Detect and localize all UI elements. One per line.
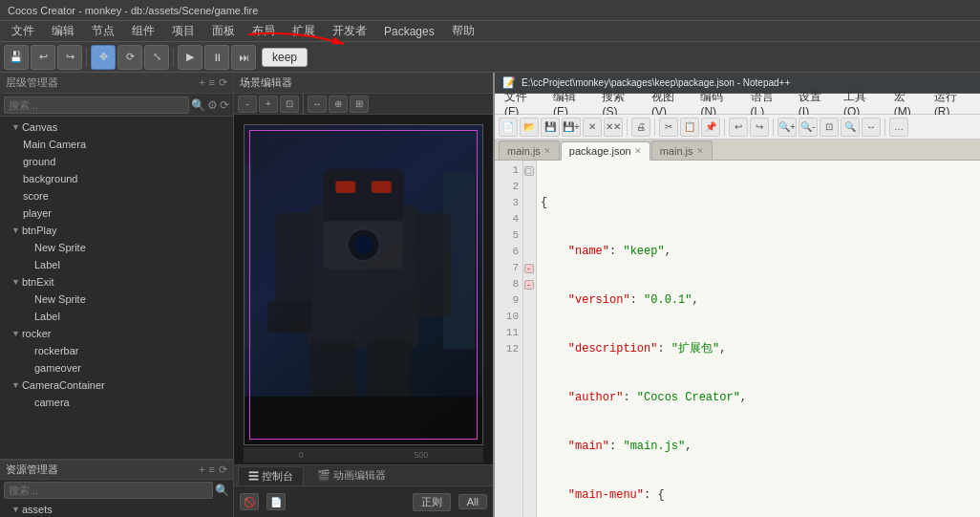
tree-item-camera-container[interactable]: ▼ CameraContainer [0, 377, 233, 394]
assets-refresh-icon[interactable]: ⟳ [219, 463, 227, 476]
tree-item-ground[interactable]: ground [0, 153, 233, 170]
tree-item-label-2[interactable]: Label [0, 308, 233, 325]
tab-console[interactable]: ☰ 控制台 [238, 466, 304, 485]
toolbar-btn-scale[interactable]: ⤡ [144, 45, 169, 70]
np-btn-print[interactable]: 🖨 [631, 118, 650, 137]
scene-tool-3[interactable]: ⊞ [350, 96, 369, 113]
scene-tool-fit[interactable]: ⊡ [280, 96, 299, 113]
menu-panel[interactable]: 面板 [204, 21, 243, 41]
status-all[interactable]: All [458, 494, 487, 509]
fold-8[interactable]: - [524, 280, 534, 290]
tree-item-label-1[interactable]: Label [0, 256, 233, 273]
ln-5: 5 [495, 227, 519, 244]
tree-item-score[interactable]: score [0, 187, 233, 205]
main-area: 层级管理器 + ≡ ⟳ 🔍 ⚙ ⟳ [0, 73, 980, 517]
toolbar-btn-undo[interactable]: ↩ [31, 45, 55, 70]
assets-search-icon[interactable]: 🔍 [215, 484, 229, 497]
tree-item-camera[interactable]: camera [0, 394, 233, 411]
np-btn-replace[interactable]: ↔ [862, 118, 881, 137]
tree-item-rocker[interactable]: ▼ rocker [0, 325, 233, 342]
code-line-3: "version": "0.0.1", [541, 292, 976, 309]
assets-search-input[interactable] [4, 482, 213, 499]
tree-item-rockerbar[interactable]: rockerbar [0, 342, 233, 359]
np-btn-open[interactable]: 📂 [520, 118, 539, 137]
console-btn-save[interactable]: 📄 [266, 493, 286, 510]
menu-node[interactable]: 节点 [84, 21, 122, 41]
np-tab-package-json-close[interactable]: ✕ [634, 146, 642, 156]
fold-7[interactable]: - [524, 264, 534, 273]
hierarchy-search-icon[interactable]: 🔍 [191, 98, 205, 112]
tree-item-background[interactable]: background [0, 170, 233, 187]
np-btn-save-all[interactable]: 💾+ [562, 118, 581, 137]
hierarchy-refresh-btn[interactable]: ⟳ [220, 98, 229, 112]
scene-canvas[interactable]: 0 500 [234, 115, 493, 464]
scene-ruler-bottom: 0 500 [244, 447, 483, 463]
console-btn-clear[interactable]: 🚫 [240, 493, 259, 510]
np-btn-close[interactable]: ✕ [583, 118, 602, 137]
np-btn-close-all[interactable]: ✕✕ [604, 118, 623, 137]
np-btn-copy[interactable]: 📋 [680, 118, 699, 137]
fold-1[interactable]: □ [524, 166, 534, 176]
toolbar-btn-move[interactable]: ✥ [91, 45, 116, 70]
btnplay-label: btnPlay [22, 225, 57, 236]
toolbar-btn-redo[interactable]: ↪ [57, 45, 82, 70]
scene-tool-zoom-in[interactable]: + [259, 96, 278, 113]
np-btn-zoom-out[interactable]: 🔍- [799, 118, 818, 137]
hierarchy-menu-icon[interactable]: ≡ [209, 76, 215, 89]
scene-tool-1[interactable]: ↔ [308, 96, 327, 113]
keep-badge[interactable]: keep [262, 48, 308, 67]
assets-add-icon[interactable]: + [199, 463, 204, 476]
menu-help[interactable]: 帮助 [444, 21, 482, 41]
tree-item-canvas[interactable]: ▼ Canvas [0, 118, 233, 136]
tree-item-main-camera[interactable]: Main Camera [0, 136, 233, 153]
np-btn-more[interactable]: … [889, 118, 908, 137]
menu-component[interactable]: 组件 [124, 21, 162, 41]
toolbar-btn-save[interactable]: 💾 [4, 45, 29, 70]
scene-tool-2[interactable]: ⊕ [329, 96, 348, 113]
np-btn-zoom-in[interactable]: 🔍+ [778, 118, 797, 137]
np-tab-main-js-2-close[interactable]: ✕ [696, 146, 704, 156]
tree-item-btnplay[interactable]: ▼ btnPlay [0, 222, 233, 239]
hierarchy-search-input[interactable] [4, 97, 189, 114]
np-btn-undo[interactable]: ↩ [729, 118, 748, 137]
np-btn-new[interactable]: 📄 [499, 118, 518, 137]
menu-extend[interactable]: 扩展 [285, 21, 323, 41]
status-regex[interactable]: 正则 [413, 493, 451, 511]
bottom-content: 🚫 📄 正则 All [234, 486, 493, 517]
np-tab-main-js-1[interactable]: main.js ✕ [499, 140, 560, 160]
toolbar-btn-step[interactable]: ⏭ [231, 45, 256, 70]
tree-item-btnexit[interactable]: ▼ btnExit [0, 273, 233, 291]
np-tab-main-js-1-close[interactable]: ✕ [543, 146, 551, 156]
np-tab-package-json[interactable]: package.json ✕ [561, 141, 650, 161]
np-btn-save[interactable]: 💾 [541, 118, 560, 137]
np-btn-redo[interactable]: ↪ [750, 118, 769, 137]
np-btn-search[interactable]: 🔍 [841, 118, 860, 137]
hierarchy-filter-icon[interactable]: ⚙ [207, 98, 218, 112]
menu-edit[interactable]: 编辑 [44, 21, 82, 41]
menu-file[interactable]: 文件 [4, 21, 42, 41]
menu-layout[interactable]: 布局 [245, 21, 283, 41]
tree-item-new-sprite-1[interactable]: New Sprite [0, 239, 233, 256]
np-btn-cut[interactable]: ✂ [659, 118, 678, 137]
toolbar-btn-pause[interactable]: ⏸ [204, 45, 229, 70]
menu-packages[interactable]: Packages [376, 23, 442, 40]
menu-project[interactable]: 项目 [164, 21, 202, 41]
hierarchy-add-icon[interactable]: + [199, 76, 204, 89]
menu-dev[interactable]: 开发者 [325, 21, 374, 41]
assets-root-label: assets [22, 504, 53, 515]
assets-root[interactable]: ▼ assets [0, 501, 233, 517]
np-tab-main-js-2[interactable]: main.js ✕ [651, 140, 713, 160]
hierarchy-refresh-icon[interactable]: ⟳ [219, 76, 227, 89]
tree-item-gameover[interactable]: gameover [0, 359, 233, 377]
assets-root-arrow: ▼ [11, 505, 20, 514]
tab-animation[interactable]: 🎬 动画编辑器 [308, 466, 395, 485]
toolbar-btn-rotate[interactable]: ⟳ [117, 45, 142, 70]
toolbar-btn-play[interactable]: ▶ [178, 45, 202, 70]
np-btn-zoom-reset[interactable]: ⊡ [820, 118, 839, 137]
assets-menu-icon[interactable]: ≡ [209, 463, 215, 476]
scene-tool-zoom-out[interactable]: - [238, 96, 257, 113]
np-btn-paste[interactable]: 📌 [701, 118, 720, 137]
tree-item-player[interactable]: player [0, 205, 233, 222]
tree-item-new-sprite-2[interactable]: New Sprite [0, 291, 233, 308]
np-code-area[interactable]: { "name": "keep", "version": "0.0.1", "d… [537, 161, 980, 517]
